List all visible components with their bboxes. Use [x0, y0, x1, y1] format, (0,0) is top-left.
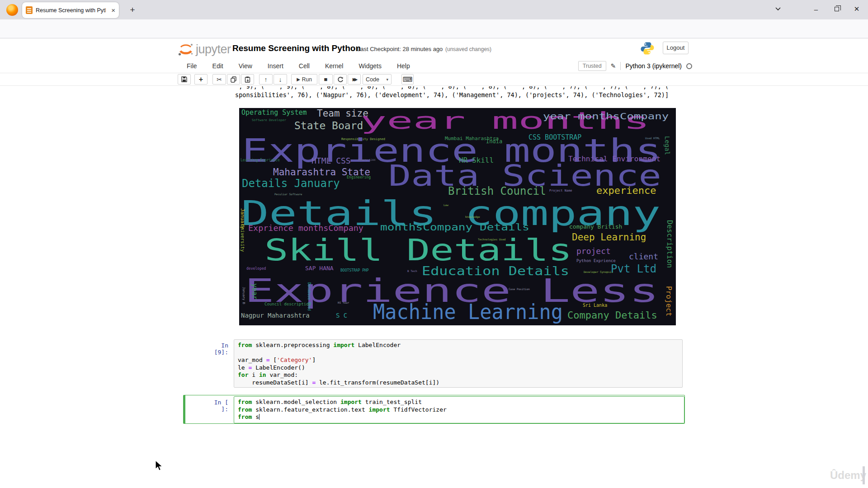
floppy-icon [181, 76, 187, 82]
cut-cell-button[interactable]: ✂ [212, 74, 226, 84]
cell9-prompt: In [9]: [204, 342, 228, 356]
wordcloud-word: monthsCompany Details [380, 223, 529, 232]
wordcloud-word: developed [246, 267, 266, 271]
python-logo-icon [640, 41, 655, 57]
window-minimize-button[interactable]: – [806, 0, 826, 18]
tab-close-icon[interactable]: × [111, 6, 115, 14]
stop-icon: ■ [324, 76, 328, 83]
window-close-button[interactable]: ✕ [846, 0, 867, 18]
scissors-icon: ✂ [217, 76, 222, 83]
wordcloud-word: Project Name [549, 189, 572, 192]
restart-run-all-button[interactable]: ▶▶ [348, 74, 361, 84]
jupyter-logo-text: jupyter [196, 42, 231, 56]
kernel-name[interactable]: Python 3 (ipykernel) [625, 62, 682, 70]
jupyter-logo[interactable]: jupyter [178, 42, 231, 56]
wordcloud-word: Details January [242, 178, 340, 189]
wordcloud-word: Company Details [567, 310, 657, 320]
mouse-cursor [154, 460, 163, 474]
wordcloud-word: Engineering [347, 176, 371, 179]
menu-help[interactable]: Help [389, 59, 418, 73]
browser-tab-bar: Resume Screening with Python × + – ✕ [0, 0, 868, 19]
jupyter-header: jupyter Resume Screening with Python Las… [0, 38, 868, 59]
jupyter-logo-icon [178, 42, 194, 56]
browser-nav-bar: ← → ↻ localhost:8888/notebooks/Resume Sc… [0, 19, 868, 38]
firefox-icon[interactable] [6, 4, 18, 16]
code-line: var_mod = ['Category'] [238, 357, 679, 364]
code-line: le = LabelEncoder() [238, 364, 679, 372]
wordcloud-word: Sri Lanka [583, 303, 607, 308]
restart-icon [337, 76, 344, 83]
chevron-down-icon: ▾ [386, 77, 388, 82]
wordcloud-word: Technologies Used [478, 238, 505, 241]
copy-icon [231, 76, 236, 83]
code-line: resumeDataSet[i] = le.fit_transform(resu… [238, 379, 679, 387]
restart-kernel-button[interactable] [334, 74, 347, 84]
menu-widgets[interactable]: Widgets [351, 59, 389, 73]
code-line: from sklearn.model_selection import trai… [238, 399, 680, 406]
wordcloud-word: Law [443, 204, 448, 206]
wordcloud-word: Case Position [509, 288, 530, 291]
cell9-input[interactable]: from sklearn.preprocessing import LabelE… [234, 339, 683, 388]
clipped-output-line: ', 9), (' ', 9), (' ', 8), (' ', 8), (' … [235, 86, 669, 90]
code-line [238, 349, 679, 357]
wordcloud-word: project [576, 247, 611, 255]
play-icon: ▶ [297, 77, 300, 82]
new-tab-button[interactable]: + [127, 4, 138, 16]
wordcloud-word: Operating System [241, 109, 307, 116]
code-line: from sklearn.preprocessing import LabelE… [238, 342, 679, 349]
logout-button[interactable]: Logout [663, 42, 689, 54]
text-caret [259, 414, 260, 420]
unsaved-status: (unsaved changes) [445, 46, 491, 52]
menu-cell[interactable]: Cell [291, 59, 317, 73]
wordcloud-word: India [486, 139, 502, 144]
arrow-down-icon: ↓ [279, 76, 282, 83]
wordcloud-word: Software Developer [252, 119, 286, 122]
wordcloud-word: Exprience monthsCompany [248, 225, 363, 232]
divider [620, 62, 621, 70]
cell-type-select[interactable]: Code ▾ [363, 74, 392, 84]
wordcloud-word: knowledge [465, 216, 480, 218]
paste-cell-button[interactable] [241, 74, 254, 84]
move-cell-down-button[interactable]: ↓ [274, 74, 287, 84]
menu-file[interactable]: File [179, 59, 205, 73]
wordcloud-word: year monthsCompany [543, 112, 669, 121]
wordcloud-word: S C [336, 312, 347, 319]
wordcloud-word: Machine Learning [373, 301, 563, 322]
code-line: from s [238, 413, 680, 421]
window-restore-button[interactable] [826, 0, 847, 18]
add-cell-button[interactable]: + [194, 74, 208, 84]
wordcloud-word: Project [665, 286, 672, 316]
interrupt-kernel-button[interactable]: ■ [319, 74, 333, 84]
wordcloud-word: company British [569, 224, 622, 230]
save-button[interactable] [178, 74, 191, 84]
notebook-title[interactable]: Resume Screening with Python [232, 43, 361, 53]
browser-tab[interactable]: Resume Screening with Python × [22, 2, 119, 18]
wordcloud-word: HTML CSS [311, 157, 351, 165]
menu-edit[interactable]: Edit [205, 59, 231, 73]
command-palette-button[interactable]: ⌨ [401, 74, 414, 84]
jupyter-toolbar: + ✂ ↑ ↓ ▶ Run ■ ▶▶ Code ▾ ⌨ [0, 73, 868, 86]
wordcloud-word: SAP HANA [305, 265, 334, 271]
edit-mode-pencil-icon: ✎ [611, 62, 616, 70]
wordcloud-word: Nagpur Maharashtra [241, 312, 310, 319]
output-text: sponsibilities', 76), ('Nagpur', 76), ('… [235, 91, 669, 99]
wordcloud-word: University [240, 225, 245, 252]
menu-kernel[interactable]: Kernel [317, 59, 351, 73]
kernel-idle-indicator-icon [686, 63, 692, 69]
active-cell-input[interactable]: from sklearn.model_selection import trai… [234, 396, 684, 423]
run-cell-button[interactable]: ▶ Run [291, 74, 317, 84]
copy-cell-button[interactable] [227, 74, 240, 84]
wordcloud-word: State Board [294, 121, 363, 131]
paste-icon [245, 76, 250, 83]
move-cell-up-button[interactable]: ↑ [259, 74, 273, 84]
menu-insert[interactable]: Insert [260, 59, 291, 73]
jupyter-menubar: File Edit View Insert Cell Kernel Widget… [0, 59, 868, 73]
wordcloud-word: January B [242, 287, 245, 304]
wordcloud-word: year [251, 283, 258, 300]
menu-view[interactable]: View [231, 59, 260, 73]
wordcloud-word: Deep Learning [572, 233, 646, 242]
trusted-badge: Trusted [578, 61, 606, 71]
watermark-bar [863, 466, 865, 484]
checkpoint-status: Last Checkpoint: 28 minutes ago [357, 46, 443, 52]
tab-list-chevron-icon[interactable] [768, 0, 788, 18]
